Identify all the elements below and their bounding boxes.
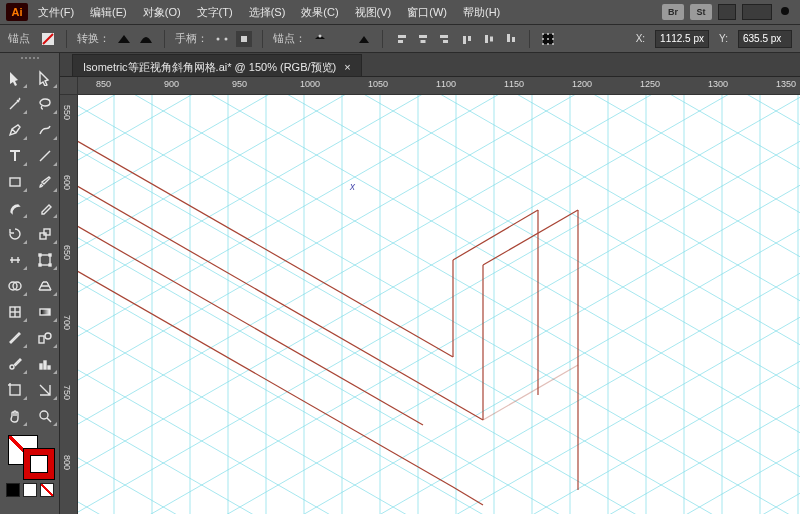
svg-line-177 [453, 210, 538, 260]
svg-rect-40 [10, 178, 20, 186]
align-hcenter-icon[interactable] [415, 31, 431, 47]
pen-tool[interactable] [2, 119, 28, 141]
bridge-button[interactable]: Br [662, 4, 684, 20]
align-bottom-icon[interactable] [503, 31, 519, 47]
ruler-tick: 700 [62, 315, 72, 330]
shaper-tool[interactable] [2, 197, 28, 219]
lasso-tool[interactable] [32, 93, 58, 115]
align-top-icon[interactable] [459, 31, 475, 47]
cut-path-icon[interactable] [334, 31, 350, 47]
menu-window[interactable]: 窗口(W) [401, 3, 453, 22]
align-vcenter-icon[interactable] [481, 31, 497, 47]
scale-tool[interactable] [32, 223, 58, 245]
convert-anchor-group: 转换： [77, 31, 154, 47]
color-mode-gradient[interactable] [23, 483, 37, 497]
hide-handles-icon[interactable] [236, 31, 252, 47]
stock-button[interactable]: St [690, 4, 712, 20]
svg-line-120 [78, 391, 800, 514]
shape-builder-tool[interactable] [2, 275, 28, 297]
svg-point-36 [542, 43, 544, 45]
svg-line-174 [78, 215, 423, 425]
menu-edit[interactable]: 编辑(E) [84, 3, 133, 22]
svg-line-106 [78, 95, 800, 315]
ruler-origin[interactable] [60, 77, 78, 95]
mesh-tool[interactable] [2, 301, 28, 323]
gradient-tool[interactable] [32, 301, 58, 323]
hand-tool[interactable] [2, 405, 28, 427]
connect-anchor-icon[interactable] [356, 31, 372, 47]
align-left-icon[interactable] [393, 31, 409, 47]
svg-line-110 [78, 95, 800, 491]
convert-corner-icon[interactable] [116, 31, 132, 47]
column-graph-tool[interactable] [32, 353, 58, 375]
menu-object[interactable]: 对象(O) [137, 3, 187, 22]
menu-help[interactable]: 帮助(H) [457, 3, 506, 22]
x-field[interactable]: 1112.5 px [655, 30, 709, 48]
svg-rect-42 [44, 229, 50, 235]
remove-anchor-icon[interactable] [312, 31, 328, 47]
svg-line-111 [78, 95, 800, 514]
ruler-tick: 900 [164, 79, 179, 89]
svg-rect-25 [490, 36, 493, 41]
fill-stroke-swatch[interactable] [6, 433, 54, 479]
tab-close-button[interactable]: × [344, 61, 350, 73]
rotate-tool[interactable] [2, 223, 28, 245]
separator [529, 30, 530, 48]
align-right-icon[interactable] [437, 31, 453, 47]
menu-type[interactable]: 文字(T) [191, 3, 239, 22]
svg-line-138 [78, 95, 800, 139]
width-tool[interactable] [2, 249, 28, 271]
workspace-switcher[interactable] [742, 4, 772, 20]
free-transform-tool[interactable] [32, 249, 58, 271]
selection-tool[interactable] [2, 67, 28, 89]
svg-point-31 [547, 33, 549, 35]
menu-file[interactable]: 文件(F) [32, 3, 80, 22]
rectangle-tool[interactable] [2, 171, 28, 193]
search-icon[interactable] [778, 4, 794, 20]
line-segment-tool[interactable] [32, 145, 58, 167]
magic-wand-tool[interactable] [2, 93, 28, 115]
ruler-vertical[interactable]: 550600650700750800 [60, 95, 78, 514]
canvas[interactable]: x [78, 95, 800, 514]
svg-rect-47 [49, 264, 51, 266]
arrange-documents-button[interactable] [718, 4, 736, 20]
panel-grip-icon[interactable] [6, 57, 54, 63]
svg-rect-58 [44, 361, 46, 369]
blend-tool[interactable] [32, 327, 58, 349]
show-handles-icon[interactable] [214, 31, 230, 47]
menu-effect[interactable]: 效果(C) [295, 3, 344, 22]
menu-view[interactable]: 视图(V) [349, 3, 398, 22]
svg-rect-18 [440, 35, 448, 38]
eyedropper-tool[interactable] [2, 327, 28, 349]
color-mode-none[interactable] [40, 483, 54, 497]
document-tab-title: Isometric等距视角斜角网格.ai* @ 150% (RGB/预览) [83, 60, 336, 75]
artboard-tool[interactable] [2, 379, 28, 401]
y-field[interactable]: 635.5 px [738, 30, 792, 48]
symbol-sprayer-tool[interactable] [2, 353, 28, 375]
paintbrush-tool[interactable] [32, 171, 58, 193]
svg-point-37 [547, 43, 549, 45]
direct-selection-tool[interactable] [32, 67, 58, 89]
svg-rect-28 [512, 37, 515, 42]
ruler-tick: 1100 [436, 79, 456, 89]
type-tool[interactable] [2, 145, 28, 167]
perspective-grid-tool[interactable] [32, 275, 58, 297]
toolbox [0, 53, 60, 514]
menu-select[interactable]: 选择(S) [243, 3, 292, 22]
svg-line-1 [788, 14, 792, 18]
zoom-tool[interactable] [32, 405, 58, 427]
curvature-tool[interactable] [32, 119, 58, 141]
color-mode-solid[interactable] [6, 483, 20, 497]
reference-point-icon[interactable] [540, 31, 556, 47]
stroke-swatch[interactable] [24, 449, 54, 479]
no-fill-icon[interactable] [40, 31, 56, 47]
slice-tool[interactable] [32, 379, 58, 401]
svg-rect-60 [10, 385, 20, 395]
svg-rect-15 [419, 35, 427, 38]
svg-line-119 [78, 347, 800, 514]
ruler-horizontal[interactable]: 8509009501000105011001150120012501300135… [78, 77, 800, 95]
convert-smooth-icon[interactable] [138, 31, 154, 47]
eraser-tool[interactable] [32, 197, 58, 219]
svg-point-63 [40, 411, 48, 419]
document-tab[interactable]: Isometric等距视角斜角网格.ai* @ 150% (RGB/预览) × [72, 54, 362, 76]
